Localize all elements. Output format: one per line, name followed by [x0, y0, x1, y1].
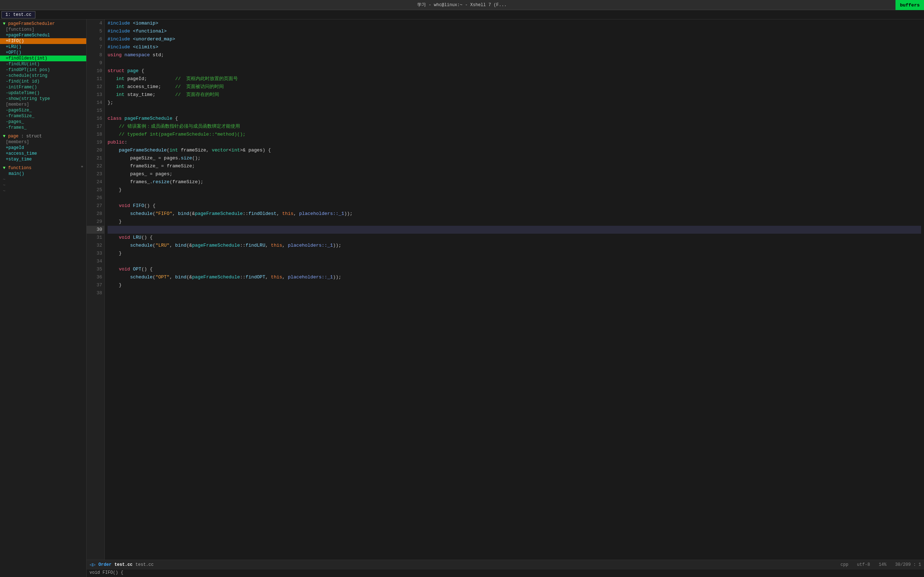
code-content[interactable]: #include <iomanip> #include <functional>… [105, 19, 924, 560]
statusbar-left: ◁▷ Order test.cc test.cc [89, 561, 154, 567]
sidebar-pages[interactable]: -pages_ [0, 119, 86, 125]
sidebar: ▼ pageFrameScheduler [functions] +pageFr… [0, 19, 87, 577]
linenum-10: 10 [87, 67, 104, 75]
editor: 4 5 6 7 8 9 10 11 12 13 14 15 16 17 18 1… [87, 19, 924, 577]
sidebar-findlru[interactable]: -findLRU(int) [0, 61, 86, 67]
linenum-25: 25 [87, 186, 104, 194]
sidebar-opt[interactable]: +OPT() [0, 50, 86, 56]
tab-test-cc[interactable]: 1: test.cc [2, 11, 36, 18]
sidebar-staytime[interactable]: +stay_time [0, 156, 86, 162]
code-line-27: void FIFO() { [108, 202, 921, 210]
linenum-34: 34 [87, 258, 104, 266]
code-line-13: int stay_time; // 页面存在的时间 [108, 91, 921, 99]
sidebar-pagesize[interactable]: -pageSize_ [0, 108, 86, 113]
status-direction-icon: ◁▷ [89, 561, 96, 567]
code-line-17: // 错误案例：成员函数指针必须与成员函数绑定才能使用 [108, 122, 921, 131]
code-line-36: schedule("OPT", bind(&pageFrameSchedule:… [108, 273, 921, 281]
code-line-21: pageSize_ = pages.size(); [108, 154, 921, 162]
sidebar-show[interactable]: -show(string type [0, 96, 86, 102]
linenum-37: 37 [87, 281, 104, 289]
code-line-8: using namespace std; [108, 51, 921, 59]
linenum-18: 18 [87, 131, 104, 139]
sidebar-struct-header[interactable]: ▼ page : struct [0, 134, 86, 139]
sidebar-frames[interactable]: -frames_ [0, 125, 86, 131]
sidebar-ctor[interactable]: +pageFrameSchedul [0, 32, 86, 38]
code-line-16: class pageFrameSchedule { [108, 115, 921, 122]
code-line-7: #include <climits> [108, 43, 921, 51]
sidebar-main[interactable]: main() [0, 171, 86, 177]
cmdline: void FIFO() { [87, 569, 924, 577]
linenum-15: 15 [87, 107, 104, 115]
linenum-27: 27 [87, 202, 104, 210]
sidebar-framesize[interactable]: -frameSize_ [0, 113, 86, 119]
linenum-13: 13 [87, 91, 104, 99]
status-percent: 14% [879, 562, 887, 567]
code-line-18: // typedef int(pageFrameSchedule::*metho… [108, 131, 921, 139]
code-line-29: } [108, 218, 921, 226]
code-line-34 [108, 258, 921, 266]
code-line-26 [108, 194, 921, 202]
titlebar-title: 学习 - whc@linux:~ - Xshell 7 (F... [417, 2, 506, 8]
status-position: 30/209 : 1 [895, 562, 921, 567]
sidebar-findoldest[interactable]: =findOldest(int) [0, 56, 86, 61]
code-line-10: struct page { [108, 67, 921, 75]
sidebar-fifo[interactable]: +FIFO() [0, 38, 86, 44]
linenum-7: 7 [87, 43, 104, 51]
sidebar-members-label: [members] [0, 102, 86, 108]
linenum-28: 28 [87, 210, 104, 218]
linenum-14: 14 [87, 99, 104, 107]
code-line-32: schedule("LRU", bind(&pageFrameSchedule:… [108, 242, 921, 250]
code-line-19: public: [108, 139, 921, 147]
sidebar-accesstime[interactable]: +access_time [0, 151, 86, 156]
sidebar-find[interactable]: -find(int id) [0, 79, 86, 84]
linenum-9: 9 [87, 59, 104, 67]
code-line-25: } [108, 186, 921, 194]
code-line-5: #include <functional> [108, 27, 921, 35]
sidebar-findopt[interactable]: -findOPT(int pos) [0, 67, 86, 73]
buffers-button[interactable]: buffers [895, 0, 924, 10]
sidebar-lru[interactable]: +LRU() [0, 44, 86, 50]
linenum-4: 4 [87, 19, 104, 27]
status-filename: test.cc [115, 562, 132, 567]
code-line-38 [108, 289, 921, 297]
sidebar-functions-header[interactable]: ▼ functions " [0, 165, 86, 171]
sidebar-initframe[interactable]: -initFrame() [0, 84, 86, 90]
status-lang: cpp [841, 562, 848, 567]
linenum-35: 35 [87, 266, 104, 273]
linenum-16: 16 [87, 115, 104, 122]
code-line-22: frameSize_ = frameSize; [108, 162, 921, 170]
cmdline-text: void FIFO() { [89, 570, 123, 575]
sidebar-schedule[interactable]: -schedule(string [0, 73, 86, 79]
linenum-20: 20 [87, 147, 104, 154]
sidebar-updatetime[interactable]: -updateTime() [0, 90, 86, 96]
linenum-36: 36 [87, 273, 104, 281]
code-line-33: } [108, 250, 921, 258]
linenum-26: 26 [87, 194, 104, 202]
titlebar: 学习 - whc@linux:~ - Xshell 7 (F... buffer… [0, 0, 924, 10]
code-line-4: #include <iomanip> [108, 19, 921, 27]
sidebar-tilde3: ~ [0, 188, 86, 194]
sidebar-tilde1: ~ [0, 177, 86, 182]
sidebar-functions-label: [functions] [0, 27, 86, 32]
sidebar-class-header[interactable]: ▼ pageFrameScheduler [0, 21, 86, 27]
code-line-20: pageFrameSchedule(int frameSize, vector<… [108, 147, 921, 154]
code-line-15 [108, 107, 921, 115]
code-line-28: schedule("FIFO", bind(&pageFrameSchedule… [108, 210, 921, 218]
linenum-31: 31 [87, 234, 104, 242]
linenum-33: 33 [87, 250, 104, 258]
code-line-23: pages_ = pages; [108, 170, 921, 178]
linenum-38: 38 [87, 289, 104, 297]
linenum-17: 17 [87, 122, 104, 131]
main-layout: ▼ pageFrameScheduler [functions] +pageFr… [0, 19, 924, 577]
linenum-22: 22 [87, 162, 104, 170]
status-encoding: utf-8 [857, 562, 870, 567]
code-line-35: void OPT() { [108, 266, 921, 273]
code-line-24: frames_.resize(frameSize); [108, 178, 921, 186]
code-area[interactable]: 4 5 6 7 8 9 10 11 12 13 14 15 16 17 18 1… [87, 19, 924, 560]
linenum-5: 5 [87, 27, 104, 35]
statusbar: ◁▷ Order test.cc test.cc cpp utf-8 14% 3… [87, 560, 924, 569]
linenum-30: 30 [87, 226, 104, 234]
sidebar-pageid[interactable]: +pageId [0, 145, 86, 151]
linenum-23: 23 [87, 170, 104, 178]
sidebar-tilde2: ~ [0, 182, 86, 188]
